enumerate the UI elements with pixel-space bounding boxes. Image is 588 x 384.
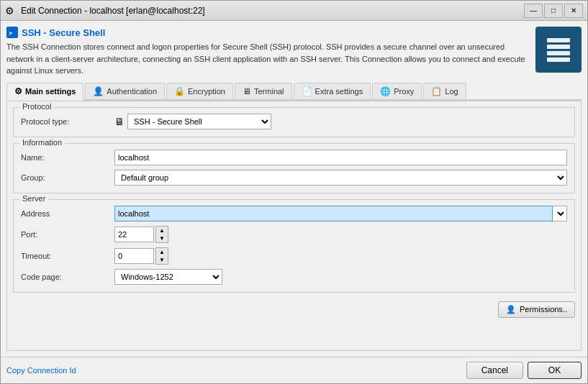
tab-extra-settings[interactable]: 📄 Extra settings bbox=[294, 83, 371, 99]
authentication-icon: 👤 bbox=[93, 86, 104, 96]
group-control: Default group Work Personal bbox=[114, 170, 567, 186]
header-text-block: > SSH - Secure Shell The SSH Connection … bbox=[6, 27, 528, 77]
address-label: Address bbox=[21, 209, 114, 218]
encryption-icon: 🔒 bbox=[174, 86, 185, 96]
bottom-bar: Copy Connection Id Cancel OK bbox=[1, 357, 587, 383]
protocol-type-label: Protocol type: bbox=[21, 117, 114, 126]
protocol-group-title: Protocol bbox=[19, 102, 54, 111]
timeout-row: Timeout: ▲ ▼ bbox=[21, 247, 567, 265]
group-label: Group: bbox=[21, 173, 114, 182]
name-row: Name: bbox=[21, 150, 567, 165]
codepage-row: Code page: Windows-1252 UTF-8 ISO-8859-1… bbox=[21, 269, 567, 285]
server-group: Server Address Port: bbox=[13, 199, 575, 293]
address-row: Address bbox=[21, 206, 567, 221]
ssh-title: > SSH - Secure Shell bbox=[6, 27, 528, 38]
timeout-input[interactable] bbox=[114, 248, 154, 264]
maximize-button[interactable]: □ bbox=[544, 4, 563, 18]
name-input[interactable] bbox=[114, 150, 567, 165]
window-icon: ⚙ bbox=[5, 5, 17, 17]
permissions-icon: 👤 bbox=[506, 305, 516, 314]
copy-connection-id-link[interactable]: Copy Connection Id bbox=[6, 366, 76, 375]
tab-log[interactable]: 📋 Log bbox=[423, 83, 466, 99]
port-label: Port: bbox=[21, 230, 114, 239]
tab-proxy[interactable]: 🌐 Proxy bbox=[372, 83, 422, 99]
group-select[interactable]: Default group Work Personal bbox=[114, 170, 567, 186]
tab-main-settings[interactable]: ⚙ Main settings bbox=[6, 83, 83, 101]
port-control: ▲ ▼ bbox=[114, 226, 567, 243]
close-button[interactable]: ✕ bbox=[564, 4, 583, 18]
protocol-group: Protocol Protocol type: 🖥 SSH - Secure S… bbox=[13, 107, 575, 137]
content-area: > SSH - Secure Shell The SSH Connection … bbox=[1, 21, 587, 357]
main-settings-icon: ⚙ bbox=[14, 86, 22, 96]
svg-rect-4 bbox=[547, 51, 570, 55]
svg-text:>: > bbox=[9, 29, 13, 37]
tabs-bar: ⚙ Main settings 👤 Authentication 🔒 Encry… bbox=[6, 83, 582, 101]
tab-terminal[interactable]: 🖥 Terminal bbox=[235, 83, 292, 99]
cancel-button[interactable]: Cancel bbox=[466, 362, 523, 379]
tab-authentication[interactable]: 👤 Authentication bbox=[85, 83, 165, 99]
port-spin-down[interactable]: ▼ bbox=[156, 234, 168, 242]
svg-rect-5 bbox=[547, 58, 570, 62]
ssh-icon: > bbox=[6, 27, 18, 38]
permissions-button[interactable]: 👤 Permissions.. bbox=[498, 301, 575, 318]
permissions-row: 👤 Permissions.. bbox=[13, 298, 575, 321]
timeout-spinner: ▲ ▼ bbox=[155, 247, 168, 265]
protocol-type-control: 🖥 SSH - Secure Shell Telnet FTP SFTP bbox=[114, 114, 567, 129]
svg-rect-2 bbox=[547, 38, 570, 42]
address-select-arrow[interactable] bbox=[553, 206, 567, 221]
title-bar: ⚙ Edit Connection - localhost [erlan@loc… bbox=[1, 1, 587, 21]
information-group-title: Information bbox=[19, 138, 65, 147]
timeout-spin-up[interactable]: ▲ bbox=[156, 248, 168, 256]
extra-settings-icon: 📄 bbox=[302, 86, 312, 96]
port-spin-up[interactable]: ▲ bbox=[156, 227, 168, 234]
window-title: Edit Connection - localhost [erlan@local… bbox=[21, 6, 205, 16]
log-icon: 📋 bbox=[431, 86, 442, 96]
dialog-buttons: Cancel OK bbox=[466, 362, 582, 379]
timeout-spin-down[interactable]: ▼ bbox=[156, 256, 168, 264]
name-label: Name: bbox=[21, 153, 114, 162]
svg-rect-3 bbox=[547, 45, 570, 49]
title-controls: — □ ✕ bbox=[524, 4, 583, 18]
description-text: The SSH Connection stores connect and lo… bbox=[6, 41, 528, 77]
header-section: > SSH - Secure Shell The SSH Connection … bbox=[6, 27, 582, 77]
minimize-button[interactable]: — bbox=[524, 4, 543, 18]
address-input[interactable] bbox=[114, 206, 553, 221]
title-bar-left: ⚙ Edit Connection - localhost [erlan@loc… bbox=[5, 5, 205, 17]
proxy-icon: 🌐 bbox=[380, 86, 391, 96]
name-control bbox=[114, 150, 567, 165]
timeout-label: Timeout: bbox=[21, 252, 114, 260]
codepage-control: Windows-1252 UTF-8 ISO-8859-1 ASCII bbox=[114, 269, 567, 285]
codepage-label: Code page: bbox=[21, 273, 114, 281]
server-group-title: Server bbox=[19, 194, 48, 203]
header-logo bbox=[535, 27, 582, 73]
protocol-type-row: Protocol type: 🖥 SSH - Secure Shell Teln… bbox=[21, 114, 567, 129]
port-spinner: ▲ ▼ bbox=[155, 226, 168, 243]
address-control bbox=[114, 206, 567, 221]
main-window: ⚙ Edit Connection - localhost [erlan@loc… bbox=[0, 0, 588, 384]
ssh-label: SSH - Secure Shell bbox=[22, 27, 105, 38]
port-row: Port: ▲ ▼ bbox=[21, 226, 567, 243]
information-group: Information Name: Group: Default group W… bbox=[13, 143, 575, 193]
terminal-icon: 🖥 bbox=[243, 86, 251, 96]
port-input[interactable] bbox=[114, 227, 154, 242]
protocol-icon: 🖥 bbox=[114, 116, 125, 127]
protocol-type-select[interactable]: SSH - Secure Shell Telnet FTP SFTP bbox=[127, 114, 271, 129]
main-panel: Protocol Protocol type: 🖥 SSH - Secure S… bbox=[6, 101, 582, 352]
tab-encryption[interactable]: 🔒 Encryption bbox=[166, 83, 233, 99]
group-row: Group: Default group Work Personal bbox=[21, 170, 567, 186]
codepage-select[interactable]: Windows-1252 UTF-8 ISO-8859-1 ASCII bbox=[114, 269, 222, 285]
ok-button[interactable]: OK bbox=[528, 362, 582, 379]
timeout-control: ▲ ▼ bbox=[114, 247, 567, 265]
